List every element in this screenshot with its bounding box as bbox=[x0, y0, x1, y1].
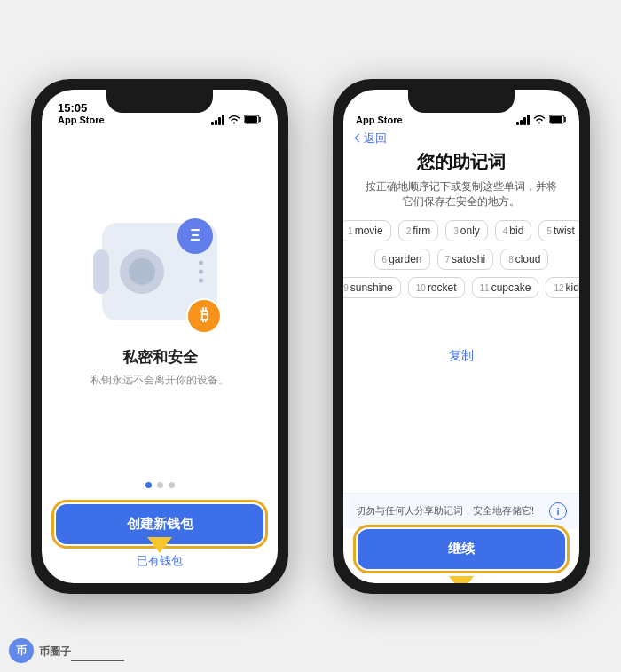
word-10: 10rocket bbox=[408, 277, 465, 298]
left-phone: 15:05 App Store bbox=[31, 79, 288, 594]
word-12: 12kid bbox=[546, 277, 579, 298]
status-app-label: App Store bbox=[58, 115, 105, 125]
hero-subtitle: 私钥永远不会离开你的设备。 bbox=[90, 373, 229, 388]
wifi-icon bbox=[228, 115, 240, 124]
word-9: 9sunshine bbox=[343, 277, 401, 298]
right-notch bbox=[408, 90, 515, 113]
eth-coin: Ξ bbox=[177, 218, 213, 254]
mnemonic-row-3: 9sunshine 10rocket 11cupcake 12kid bbox=[343, 277, 579, 298]
battery-icon bbox=[244, 115, 262, 124]
dot-1 bbox=[145, 482, 152, 488]
dot-2 bbox=[157, 482, 163, 488]
info-icon[interactable]: i bbox=[549, 502, 567, 520]
right-battery-icon bbox=[549, 115, 567, 124]
word-2: 2firm bbox=[398, 220, 439, 241]
warning-bar: 切勿与任何人分享助记词，安全地存储它! i bbox=[343, 493, 579, 529]
word-6: 6garden bbox=[374, 249, 430, 270]
warning-text: 切勿与任何人分享助记词，安全地存储它! bbox=[356, 504, 542, 518]
mnemonic-grid: 1movie 2firm 3only 4bid 5twist bbox=[343, 220, 579, 339]
watermark-logo: 币 bbox=[9, 638, 34, 663]
mnemonic-row-1: 1movie 2firm 3only 4bid 5twist bbox=[343, 220, 579, 241]
svg-rect-1 bbox=[245, 116, 257, 123]
dot-3 bbox=[169, 482, 175, 488]
watermark-site: 币圈子 bbox=[39, 645, 71, 658]
word-3: 3only bbox=[445, 220, 488, 241]
safe-dial bbox=[120, 249, 164, 294]
word-8: 8cloud bbox=[500, 249, 548, 270]
right-app-label: App Store bbox=[356, 102, 403, 125]
chevron-left-icon bbox=[355, 134, 364, 143]
btc-coin: ₿ bbox=[186, 298, 222, 334]
cursor-arrow bbox=[147, 537, 172, 553]
right-signal-icon bbox=[516, 115, 530, 125]
right-cursor-arrow bbox=[449, 576, 474, 583]
safe-handle bbox=[93, 249, 109, 294]
continue-button-wrapper: 继续 bbox=[343, 529, 579, 583]
signal-icon bbox=[211, 115, 224, 125]
mnemonic-row-2: 6garden 7satoshi 8cloud bbox=[374, 249, 549, 270]
mnemonic-title: 您的助记词 bbox=[343, 146, 579, 179]
word-7: 7satoshi bbox=[437, 249, 494, 270]
watermark-underline bbox=[71, 660, 124, 661]
svg-rect-3 bbox=[550, 116, 562, 123]
mnemonic-description: 按正确地顺序记下或复制这些单词，并将它们保存在安全的地方。 bbox=[343, 179, 579, 221]
back-label: 返回 bbox=[364, 130, 387, 146]
safe-dial-inner bbox=[129, 258, 155, 285]
back-button[interactable]: 返回 bbox=[356, 130, 567, 146]
notch bbox=[106, 90, 213, 113]
right-phone: App Store bbox=[333, 79, 590, 594]
left-phone-bottom: 创建新钱包 已有钱包 bbox=[42, 497, 278, 583]
word-5: 5twist bbox=[538, 220, 579, 241]
copy-button[interactable]: 复制 bbox=[343, 339, 579, 373]
word-11: 11cupcake bbox=[472, 277, 539, 298]
watermark: 币 币圈子 bbox=[9, 638, 71, 663]
hero-title: 私密和安全 bbox=[122, 347, 198, 368]
hero-area: Ξ ₿ 私密和安全 私钥永远不会离开你的设备。 bbox=[42, 129, 278, 473]
word-4: 4bid bbox=[495, 220, 532, 241]
word-1: 1movie bbox=[343, 220, 391, 241]
scene: 15:05 App Store bbox=[0, 0, 621, 672]
right-wifi-icon bbox=[533, 115, 546, 124]
existing-wallet-link[interactable]: 已有钱包 bbox=[56, 553, 263, 569]
status-time: 15:05 bbox=[58, 101, 105, 115]
safe-illustration: Ξ ₿ bbox=[93, 214, 226, 329]
page-dots bbox=[42, 482, 278, 488]
continue-button[interactable]: 继续 bbox=[358, 529, 565, 569]
watermark-logo-text: 币 bbox=[16, 644, 27, 659]
